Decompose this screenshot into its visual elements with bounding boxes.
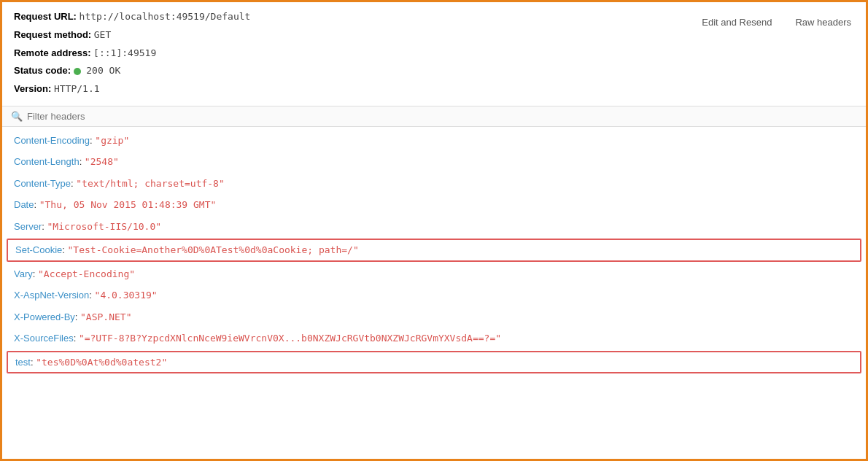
header-value: "Accept-Encoding" bbox=[38, 268, 135, 279]
header-row: X-SourceFiles: "=?UTF-8?B?YzpcdXNlcnNceW… bbox=[2, 328, 866, 349]
header-value: "4.0.30319" bbox=[95, 290, 158, 301]
header-colon: : bbox=[74, 333, 79, 344]
header-name: X-AspNet-Version bbox=[14, 290, 89, 301]
header-colon: : bbox=[75, 311, 80, 322]
header-name: Content-Encoding bbox=[14, 135, 90, 146]
remote-address-line: Remote address: [::1]:49519 bbox=[14, 46, 854, 61]
header-row: X-AspNet-Version: "4.0.30319" bbox=[2, 284, 866, 306]
header-value: "ASP.NET" bbox=[80, 311, 131, 322]
headers-list: Content-Encoding: "gzip"Content-Length: … bbox=[2, 127, 866, 379]
header-colon: : bbox=[42, 221, 47, 232]
header-row: Content-Encoding: "gzip" bbox=[2, 130, 866, 152]
version-value: HTTP/1.1 bbox=[54, 83, 100, 94]
request-method-label: Request method: bbox=[14, 29, 91, 40]
header-row: Set-Cookie: "Test-Cookie=Another%0D%0ATe… bbox=[7, 239, 861, 262]
header-value: "2548" bbox=[85, 156, 119, 167]
remote-address-label: Remote address: bbox=[14, 47, 90, 58]
header-row: Date: "Thu, 05 Nov 2015 01:48:39 GMT" bbox=[2, 194, 866, 216]
header-name: Content-Length bbox=[14, 156, 80, 167]
search-icon: 🔍 bbox=[11, 111, 23, 122]
version-label: Version: bbox=[14, 83, 51, 94]
header-colon: : bbox=[34, 199, 39, 210]
header-value: "gzip" bbox=[95, 135, 129, 146]
header-colon: : bbox=[33, 268, 38, 279]
header-row: Server: "Microsoft-IIS/10.0" bbox=[2, 216, 866, 238]
header-row: X-Powered-By: "ASP.NET" bbox=[2, 306, 866, 328]
request-info-panel: Request URL: http://localhost:49519/Defa… bbox=[2, 2, 866, 106]
header-name: Content-Type bbox=[14, 178, 71, 189]
status-dot bbox=[74, 68, 81, 75]
status-code-value: 200 OK bbox=[86, 65, 120, 76]
raw-headers-button[interactable]: Raw headers bbox=[792, 15, 854, 29]
remote-address-value: [::1]:49519 bbox=[93, 47, 156, 58]
header-name: Set-Cookie bbox=[15, 244, 62, 255]
header-value: "Microsoft-IIS/10.0" bbox=[47, 221, 162, 232]
status-code-line: Status code: 200 OK bbox=[14, 63, 854, 79]
action-buttons: Edit and Resend Raw headers bbox=[699, 15, 854, 29]
header-colon: : bbox=[62, 244, 67, 255]
filter-input-wrapper: 🔍 bbox=[11, 111, 857, 122]
filter-bar: 🔍 bbox=[2, 106, 866, 127]
filter-headers-input[interactable] bbox=[27, 111, 173, 122]
header-value: "text/html; charset=utf-8" bbox=[76, 178, 225, 189]
header-name: Vary bbox=[14, 268, 33, 279]
request-url-label: Request URL: bbox=[14, 11, 77, 22]
header-row: test: "tes%0D%0At%0d%0atest2" bbox=[7, 351, 861, 374]
request-method-value: GET bbox=[94, 29, 111, 40]
header-value: "=?UTF-8?B?YzpcdXNlcnNceW9ieWVrcnV0X...b… bbox=[79, 333, 501, 344]
header-name: Date bbox=[14, 199, 34, 210]
header-row: Vary: "Accept-Encoding" bbox=[2, 263, 866, 285]
request-method-line: Request method: GET bbox=[14, 28, 854, 43]
version-line: Version: HTTP/1.1 bbox=[14, 82, 854, 97]
header-colon: : bbox=[89, 290, 94, 301]
edit-resend-button[interactable]: Edit and Resend bbox=[699, 15, 775, 29]
header-row: Content-Length: "2548" bbox=[2, 151, 866, 173]
header-name: Server bbox=[14, 221, 42, 232]
header-value: "tes%0D%0At%0d%0atest2" bbox=[36, 357, 167, 368]
header-value: "Thu, 05 Nov 2015 01:48:39 GMT" bbox=[39, 199, 217, 210]
header-name: test bbox=[15, 357, 31, 368]
header-value: "Test-Cookie=Another%0D%0ATest%0d%0aCook… bbox=[68, 244, 359, 255]
status-code-label: Status code: bbox=[14, 65, 71, 76]
header-name: X-SourceFiles bbox=[14, 333, 74, 344]
header-row: Content-Type: "text/html; charset=utf-8" bbox=[2, 173, 866, 195]
header-colon: : bbox=[80, 156, 85, 167]
header-name: X-Powered-By bbox=[14, 311, 75, 322]
request-url-val: http://localhost:49519/Default bbox=[80, 11, 251, 22]
